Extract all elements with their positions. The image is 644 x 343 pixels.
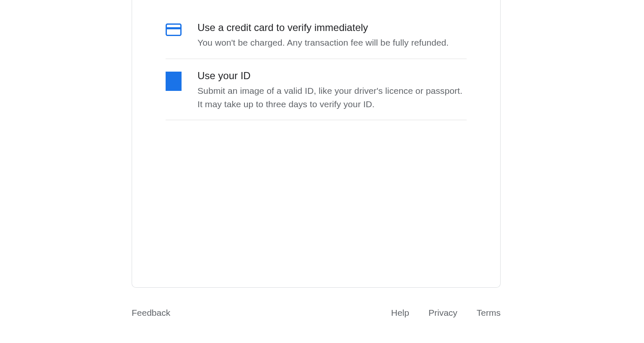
svg-rect-0 — [166, 24, 181, 36]
help-link[interactable]: Help — [391, 308, 409, 318]
terms-link[interactable]: Terms — [477, 308, 501, 318]
option-text: Use a credit card to verify immediately … — [197, 21, 467, 49]
option-description: Submit an image of a valid ID, like your… — [197, 84, 467, 111]
credit-card-icon — [166, 23, 182, 44]
verification-card: Use a credit card to verify immediately … — [132, 0, 501, 288]
feedback-link[interactable]: Feedback — [132, 308, 170, 317]
option-description: You won't be charged. Any transaction fe… — [197, 36, 467, 49]
option-id[interactable]: Use your ID Submit an image of a valid I… — [166, 59, 467, 120]
footer-right: Help Privacy Terms — [391, 308, 501, 318]
footer: Feedback Help Privacy Terms — [132, 308, 501, 318]
footer-left: Feedback — [132, 308, 170, 318]
option-text: Use your ID Submit an image of a valid I… — [197, 69, 467, 111]
id-icon — [166, 72, 182, 92]
option-credit-card[interactable]: Use a credit card to verify immediately … — [166, 0, 467, 59]
option-title: Use your ID — [197, 69, 467, 83]
svg-rect-1 — [166, 27, 181, 29]
option-title: Use a credit card to verify immediately — [197, 21, 467, 34]
privacy-link[interactable]: Privacy — [428, 308, 457, 318]
